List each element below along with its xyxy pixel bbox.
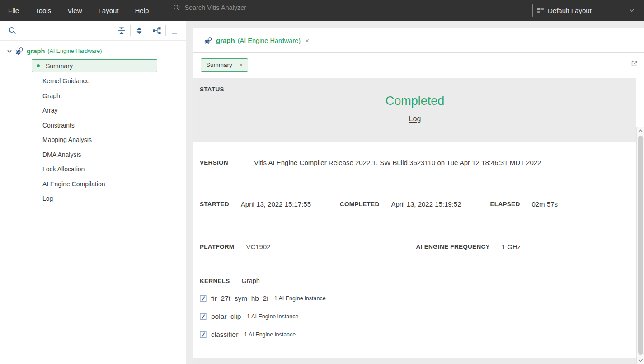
frequency-value: 1 GHz [502, 243, 521, 251]
kernel-instance-count: 1 AI Engine instance [274, 295, 326, 302]
menu-tools[interactable]: Tools [35, 7, 51, 14]
kernel-row: classifier 1 AI Engine instance [200, 331, 630, 339]
doc-tab-graph[interactable]: graph (AI Engine Hardware) × [204, 37, 309, 45]
toolbar-separator [130, 25, 131, 36]
timing-section: STARTED April 13, 2022 15:17:55 COMPLETE… [193, 183, 636, 225]
kernel-name: fir_27t_sym_hb_2i [211, 294, 268, 303]
expand-all-button[interactable] [133, 25, 145, 37]
platform-field: PLATFORM VC1902 [200, 243, 300, 251]
layout-icon [536, 7, 544, 14]
tree-item-graph[interactable]: Graph [0, 89, 186, 104]
elapsed-value: 02m 57s [531, 200, 558, 208]
tree-item-constraints[interactable]: Constraints [0, 118, 186, 133]
menu-view[interactable]: View [67, 7, 82, 14]
scroll-down-button[interactable] [638, 356, 644, 364]
platform-section: PLATFORM VC1902 AI ENGINE FREQUENCY 1 GH… [193, 225, 636, 268]
completed-value: April 13, 2022 15:19:52 [391, 200, 461, 208]
kernel-icon [200, 313, 207, 320]
global-search [173, 4, 306, 17]
tree-item-kernel-guidance[interactable]: Kernel Guidance [0, 74, 186, 89]
chevron-down-icon [628, 7, 635, 14]
collapse-all-button[interactable] [116, 25, 127, 37]
chevron-down-icon [638, 358, 644, 363]
status-label: STATUS [200, 86, 630, 93]
report-tree: graph (AI Engine Hardware) Summary Kerne… [0, 41, 186, 206]
tree-item-lock-allocation[interactable]: Lock Allocation [0, 162, 186, 177]
chevron-up-icon [638, 128, 644, 134]
frequency-field: AI ENGINE FREQUENCY 1 GHz [416, 243, 521, 251]
collapse-all-icon [117, 26, 126, 35]
selected-dot-icon [37, 64, 40, 67]
elapsed-label: ELAPSED [490, 201, 520, 208]
aie-graph-icon [15, 47, 24, 55]
tree-root-name: graph [27, 47, 45, 55]
minimize-panel-button[interactable] [169, 25, 180, 37]
scroll-up-button[interactable] [638, 127, 644, 135]
status-log-link[interactable]: Log [409, 115, 421, 123]
kernel-name: classifier [211, 331, 238, 339]
menu-bar: File Tools View Layout Help [0, 7, 165, 14]
toolbar-separator [148, 25, 148, 36]
summary-sections: STATUS Completed Log VERSION Vitis AI En… [193, 78, 636, 364]
view-chip-summary[interactable]: Summary × [201, 58, 248, 72]
close-icon[interactable]: × [240, 61, 243, 68]
menu-file[interactable]: File [8, 7, 19, 14]
search-icon [8, 26, 17, 35]
tree-item-log[interactable]: Log [0, 191, 186, 206]
open-in-new-window-button[interactable] [630, 60, 638, 67]
vertical-scrollbar[interactable] [636, 127, 644, 364]
tree-item-label: Summary [46, 62, 73, 70]
tree-root-graph[interactable]: graph (AI Engine Hardware) [0, 45, 186, 57]
started-field: STARTED April 13, 2022 15:17:55 [200, 200, 340, 208]
main-document-panel: graph (AI Engine Hardware) × Summary × S… [193, 28, 644, 364]
minimize-icon [170, 27, 179, 35]
status-section: STATUS Completed Log [193, 78, 636, 142]
topbar-divider [165, 0, 165, 21]
tree-view-button[interactable] [151, 25, 163, 37]
doc-tab-annotation: (AI Engine Hardware) [238, 37, 301, 44]
tree-item-list: Kernel Guidance Graph Array Constraints … [0, 74, 186, 206]
view-chip-label: Summary [206, 61, 232, 68]
search-input[interactable] [184, 4, 306, 11]
layout-selector[interactable]: Default Layout [532, 4, 639, 17]
started-value: April 13, 2022 15:17:55 [241, 200, 311, 208]
navigator-toolbar [0, 21, 186, 41]
scrollbar-thumb[interactable] [638, 136, 643, 355]
tree-root-annotation: (AI Engine Hardware) [47, 48, 102, 54]
kernel-icon [200, 295, 207, 302]
report-navigator-panel: graph (AI Engine Hardware) Summary Kerne… [0, 21, 186, 364]
hierarchy-icon [152, 26, 161, 35]
doc-tab-name: graph [216, 37, 235, 44]
menu-layout[interactable]: Layout [98, 7, 118, 14]
version-section: VERSION Vitis AI Engine Compiler Release… [193, 142, 636, 183]
kernel-icon [200, 331, 207, 338]
tree-item-array[interactable]: Array [0, 103, 186, 118]
top-menu-bar: File Tools View Layout Help Default Layo… [0, 0, 644, 21]
started-label: STARTED [200, 201, 229, 208]
kernels-section: KERNELS Graph fir_27t_sym_hb_2i 1 AI Eng… [193, 268, 636, 358]
kernels-label: KERNELS [200, 278, 230, 284]
external-link-icon [630, 60, 638, 67]
kernel-row: polar_clip 1 AI Engine instance [200, 312, 630, 321]
kernels-graph-link[interactable]: Graph [242, 277, 260, 284]
document-tab-bar: graph (AI Engine Hardware) × [193, 28, 644, 53]
search-icon [173, 4, 181, 12]
global-search-box [173, 4, 306, 14]
completed-field: COMPLETED April 13, 2022 15:19:52 [340, 200, 490, 208]
tree-item-mapping-analysis[interactable]: Mapping Analysis [0, 132, 186, 147]
toolbar-separator [165, 25, 166, 36]
menu-help[interactable]: Help [135, 7, 149, 14]
tree-item-ai-engine-compilation[interactable]: AI Engine Compilation [0, 177, 186, 192]
close-icon[interactable]: × [305, 37, 309, 44]
platform-value: VC1902 [246, 243, 270, 251]
platform-label: PLATFORM [200, 243, 234, 250]
kernel-row: fir_27t_sym_hb_2i 1 AI Engine instance [200, 294, 630, 303]
chevron-expanded-icon[interactable] [6, 48, 13, 54]
kernel-name: polar_clip [211, 312, 241, 321]
view-chip-row: Summary × [193, 53, 644, 77]
tree-item-dma-analysis[interactable]: DMA Analysis [0, 147, 186, 162]
completed-label: COMPLETED [340, 201, 379, 208]
summary-report: STATUS Completed Log VERSION Vitis AI En… [193, 78, 644, 364]
tree-search-button[interactable] [6, 25, 18, 37]
tree-item-summary[interactable]: Summary [32, 59, 157, 72]
